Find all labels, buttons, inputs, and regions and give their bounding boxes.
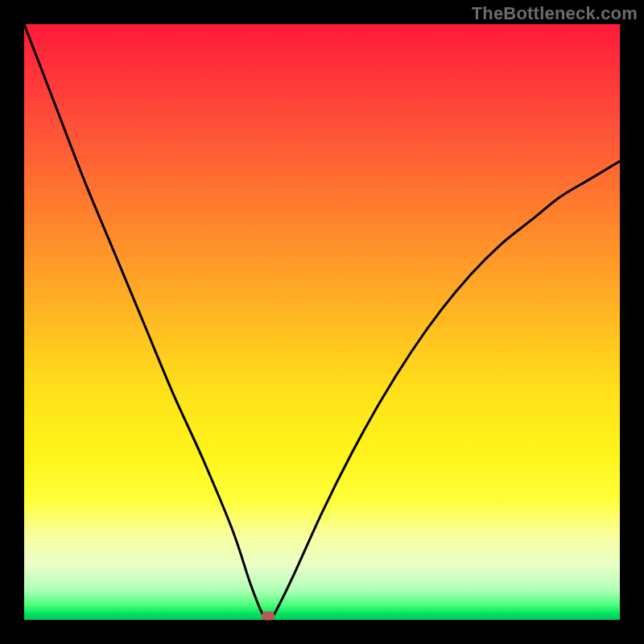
chart-frame: TheBottleneck.com — [0, 0, 644, 644]
bottleneck-curve — [24, 24, 620, 620]
plot-area — [24, 24, 620, 620]
watermark-text: TheBottleneck.com — [472, 3, 638, 24]
optimal-point-marker — [262, 612, 275, 621]
